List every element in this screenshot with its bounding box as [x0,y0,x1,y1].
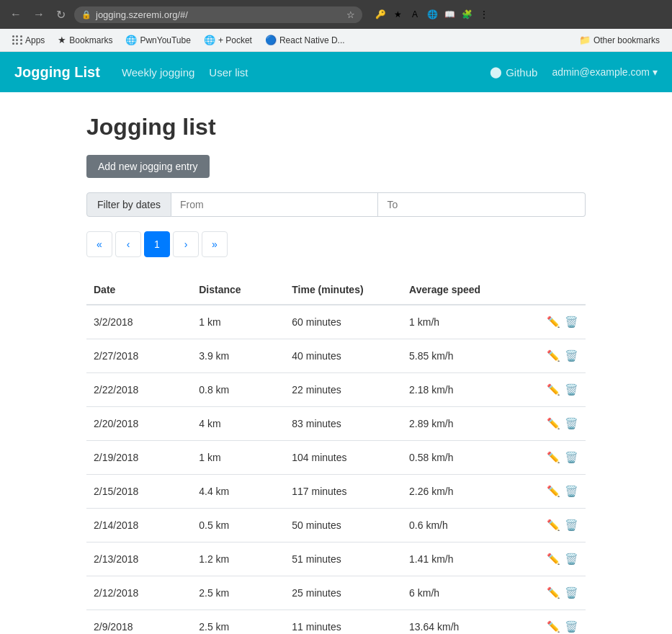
delete-icon[interactable]: 🗑️ [565,316,578,329]
reading-icon[interactable]: 📖 [443,8,456,21]
edit-icon[interactable]: ✏️ [547,586,560,599]
table-row: 2/12/2018 2.5 km 25 minutes 6 km/h ✏️ 🗑️ [86,576,586,610]
last-page-button[interactable]: » [202,231,228,257]
bookmark-bookmarks[interactable]: ★ Bookmarks [53,32,117,48]
current-page-button[interactable]: 1 [144,231,170,257]
page-title: Jogging list [86,114,586,140]
navbar-right: ⬤ Github admin@example.com ▾ [490,66,658,79]
cell-time: 11 minutes [285,610,402,635]
cell-speed: 2.18 km/h [402,373,530,407]
first-page-button[interactable]: « [86,231,112,257]
font-icon[interactable]: A [408,8,421,21]
cell-speed: 0.58 km/h [402,441,530,475]
delete-icon[interactable]: 🗑️ [565,383,578,396]
bookmarks-label: Bookmarks [69,35,112,45]
prev-page-button[interactable]: ‹ [115,231,141,257]
edit-icon[interactable]: ✏️ [547,349,560,362]
cell-time: 104 minutes [285,441,402,475]
delete-icon[interactable]: 🗑️ [565,451,578,464]
cell-time: 51 minutes [285,543,402,576]
cell-date: 2/12/2018 [86,576,192,610]
edit-icon[interactable]: ✏️ [547,620,560,633]
cell-distance: 0.5 km [192,509,285,543]
cell-distance: 0.8 km [192,373,285,407]
bookmark-react-native[interactable]: 🔵 React Native D... [260,32,350,48]
edit-icon[interactable]: ✏️ [547,316,560,329]
action-icons: ✏️ 🗑️ [537,620,578,633]
extensions-icon[interactable]: 🔑 [374,8,387,21]
edit-icon[interactable]: ✏️ [547,519,560,532]
bookmark-star-icon[interactable]: ★ [391,8,404,21]
action-icons: ✏️ 🗑️ [537,519,578,532]
add-entry-button[interactable]: Add new jogging entry [86,155,210,178]
weekly-jogging-link[interactable]: Weekly jogging [122,66,194,79]
table-row: 2/15/2018 4.4 km 117 minutes 2.26 km/h ✏… [86,475,586,509]
bookmark-pwnyoutube[interactable]: 🌐 PwnYouTube [120,32,196,48]
back-button[interactable]: ← [7,6,24,22]
delete-icon[interactable]: 🗑️ [565,485,578,498]
browser-chrome: ← → ↻ 🔒 jogging.szeremi.org/#/ ☆ 🔑 ★ A 🌐… [0,0,672,29]
table-row: 2/20/2018 4 km 83 minutes 2.89 km/h ✏️ 🗑… [86,407,586,441]
delete-icon[interactable]: 🗑️ [565,586,578,599]
user-menu[interactable]: admin@example.com ▾ [552,66,658,78]
cell-date: 2/27/2018 [86,339,192,373]
cell-actions: ✏️ 🗑️ [530,373,586,407]
action-icons: ✏️ 🗑️ [537,349,578,362]
browser-toolbar-icons: 🔑 ★ A 🌐 📖 🧩 ⋮ [374,8,490,21]
delete-icon[interactable]: 🗑️ [565,620,578,633]
forward-button[interactable]: → [30,6,48,22]
table-row: 2/19/2018 1 km 104 minutes 0.58 km/h ✏️ … [86,441,586,475]
bookmark-pocket[interactable]: 🌐 + Pocket [199,32,257,48]
edit-icon[interactable]: ✏️ [547,417,560,430]
cell-actions: ✏️ 🗑️ [530,576,586,610]
cell-distance: 1 km [192,305,285,339]
navbar-brand[interactable]: Jogging List [14,64,100,81]
refresh-button[interactable]: ↻ [53,6,68,23]
github-link[interactable]: ⬤ Github [490,66,537,79]
menu-icon[interactable]: ⋮ [478,8,490,21]
filter-to-input[interactable] [378,192,586,217]
cell-speed: 1 km/h [402,305,530,339]
delete-icon[interactable]: 🗑️ [565,519,578,532]
cell-date: 2/9/2018 [86,610,192,635]
action-icons: ✏️ 🗑️ [537,316,578,329]
star-icon: ★ [58,35,66,45]
filter-from-input[interactable] [171,192,379,217]
action-icons: ✏️ 🗑️ [537,586,578,599]
user-list-link[interactable]: User list [209,66,248,79]
cell-actions: ✏️ 🗑️ [530,543,586,576]
lock-icon: 🔒 [81,10,91,19]
col-header-distance: Distance [192,275,285,305]
cell-date: 2/20/2018 [86,407,192,441]
other-bookmarks-label: Other bookmarks [593,35,660,45]
pocket-icon: 🌐 [204,35,215,45]
bookmark-apps[interactable]: Apps [7,33,50,48]
star-icon[interactable]: ☆ [346,9,355,20]
delete-icon[interactable]: 🗑️ [565,553,578,566]
edit-icon[interactable]: ✏️ [547,383,560,396]
edit-icon[interactable]: ✏️ [547,485,560,498]
bookmarks-bar: Apps ★ Bookmarks 🌐 PwnYouTube 🌐 + Pocket… [0,29,672,52]
cell-time: 60 minutes [285,305,402,339]
apps-grid-icon [12,35,22,45]
globe-icon[interactable]: 🌐 [426,8,439,21]
main-content: Jogging list Add new jogging entry Filte… [0,92,672,634]
edit-icon[interactable]: ✏️ [547,451,560,464]
col-header-actions [530,275,586,305]
cell-time: 83 minutes [285,407,402,441]
cell-date: 2/22/2018 [86,373,192,407]
next-page-button[interactable]: › [173,231,199,257]
puzzle-icon[interactable]: 🧩 [460,8,473,21]
edit-icon[interactable]: ✏️ [547,553,560,566]
table-header: Date Distance Time (minutes) Average spe… [86,275,586,305]
react-native-icon: 🔵 [265,35,277,45]
filter-section: Filter by dates [86,192,586,217]
table-row: 2/27/2018 3.9 km 40 minutes 5.85 km/h ✏️… [86,339,586,373]
delete-icon[interactable]: 🗑️ [565,349,578,362]
address-bar[interactable]: 🔒 jogging.szeremi.org/#/ ☆ [74,6,362,23]
cell-speed: 2.89 km/h [402,407,530,441]
filter-label: Filter by dates [86,192,171,217]
bookmark-other[interactable]: 📁 Other bookmarks [574,32,665,48]
cell-date: 2/14/2018 [86,509,192,543]
delete-icon[interactable]: 🗑️ [565,417,578,430]
